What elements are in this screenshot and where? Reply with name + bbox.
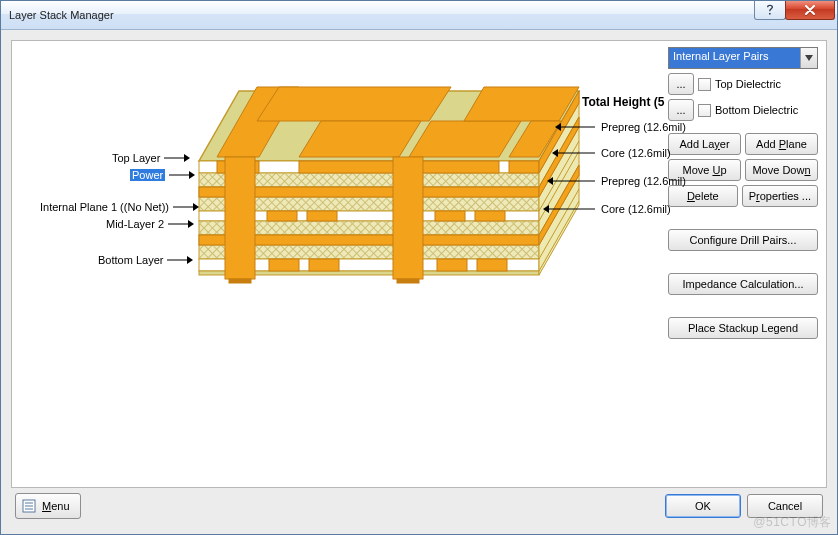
dialog-footer: Menu OK Cancel: [11, 488, 827, 524]
svg-rect-33: [475, 211, 505, 221]
svg-rect-26: [299, 161, 399, 173]
window-controls: [755, 1, 835, 20]
place-stackup-legend-button[interactable]: Place Stackup Legend: [668, 317, 818, 339]
label-bottom-layer[interactable]: Bottom Layer: [98, 254, 193, 266]
callout-core-2: Core (12.6mil): [543, 203, 671, 215]
callout-core-1: Core (12.6mil): [552, 147, 671, 159]
impedance-calculation-button[interactable]: Impedance Calculation...: [668, 273, 818, 295]
label-top-layer[interactable]: Top Layer: [112, 152, 190, 164]
svg-marker-9: [464, 87, 579, 121]
callout-prepreg-1: Prepreg (12.6mil): [555, 121, 686, 133]
arrow-right-icon: [167, 256, 193, 264]
top-dielectric-checkbox[interactable]: [698, 78, 711, 91]
leader-line-icon: [543, 205, 595, 213]
bottom-dielectric-checkbox[interactable]: [698, 104, 711, 117]
window-title: Layer Stack Manager: [1, 9, 114, 21]
bottom-dielectric-label: Bottom Dielectric: [715, 104, 798, 116]
bottom-dielectric-row: ... Bottom Dielectric: [668, 99, 818, 121]
svg-rect-31: [307, 211, 337, 221]
cancel-button[interactable]: Cancel: [747, 494, 823, 518]
arrow-right-icon: [173, 203, 199, 211]
menu-icon: [22, 499, 36, 513]
move-down-button[interactable]: Move Down: [745, 159, 818, 181]
properties-button[interactable]: Properties ...: [742, 185, 818, 207]
layer-pair-combo[interactable]: Internal Layer Pairs: [668, 47, 818, 69]
main-panel: Internal Layer Pairs ... Top Dielectric …: [11, 40, 827, 488]
svg-rect-32: [435, 211, 465, 221]
leader-line-icon: [552, 149, 595, 157]
svg-rect-30: [267, 211, 297, 221]
svg-rect-35: [269, 259, 299, 271]
svg-rect-42: [397, 279, 419, 283]
ok-button[interactable]: OK: [665, 494, 741, 518]
top-dielectric-label: Top Dielectric: [715, 78, 781, 90]
svg-marker-7: [299, 121, 421, 157]
svg-rect-36: [309, 259, 339, 271]
menu-button[interactable]: Menu: [15, 493, 81, 519]
svg-rect-40: [229, 279, 251, 283]
close-icon: [804, 5, 816, 15]
leader-line-icon: [555, 123, 595, 131]
help-icon: [765, 4, 775, 16]
svg-rect-37: [437, 259, 467, 271]
combo-arrow[interactable]: [800, 48, 817, 68]
configure-drill-pairs-button[interactable]: Configure Drill Pairs...: [668, 229, 818, 251]
arrow-right-icon: [164, 154, 190, 162]
top-dielectric-row: ... Top Dielectric: [668, 73, 818, 95]
callout-prepreg-2: Prepreg (12.6mil): [547, 175, 686, 187]
add-layer-button[interactable]: Add Layer: [668, 133, 741, 155]
label-power[interactable]: Power: [130, 169, 195, 181]
leader-line-icon: [547, 177, 595, 185]
svg-rect-38: [477, 259, 507, 271]
right-controls: Internal Layer Pairs ... Top Dielectric …: [668, 47, 818, 339]
client-area: Internal Layer Pairs ... Top Dielectric …: [1, 30, 837, 534]
dialog-buttons: OK Cancel: [665, 494, 823, 518]
label-internal-plane-1[interactable]: Internal Plane 1 ((No Net)): [40, 201, 199, 213]
svg-rect-39: [225, 157, 255, 279]
svg-rect-28: [509, 161, 539, 173]
window-frame: Layer Stack Manager Internal Layer Pairs: [0, 0, 838, 535]
arrow-right-icon: [168, 220, 194, 228]
label-mid-layer-2[interactable]: Mid-Layer 2: [106, 218, 194, 230]
svg-rect-41: [393, 157, 423, 279]
titlebar: Layer Stack Manager: [1, 1, 837, 30]
close-button[interactable]: [785, 1, 835, 20]
svg-marker-6: [257, 87, 451, 121]
arrow-right-icon: [169, 171, 195, 179]
total-height-label: Total Height (5: [582, 95, 664, 109]
chevron-down-icon: [805, 55, 813, 61]
delete-button[interactable]: Delete: [668, 185, 738, 207]
add-plane-button[interactable]: Add Plane: [745, 133, 818, 155]
help-button[interactable]: [754, 1, 786, 20]
stackup-diagram: Total Height (5 Top Layer Power Internal…: [12, 41, 672, 301]
layer-pair-combo-value: Internal Layer Pairs: [669, 48, 800, 68]
